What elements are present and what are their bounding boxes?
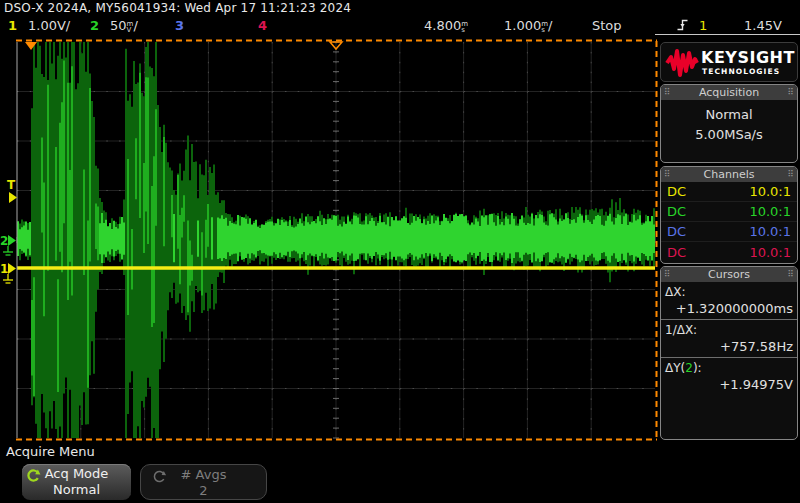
ch3-coupling: DC: [667, 224, 686, 239]
trigger-level[interactable]: 1.45V: [744, 18, 782, 33]
acquisition-title: Acquisition: [699, 86, 759, 99]
acquisition-panel: ⠿ Acquisition ⠿ Normal 5.00MSa/s: [660, 84, 798, 163]
softkey-value: 2: [141, 483, 266, 498]
grip-icon: ⠿: [664, 270, 671, 279]
grip-icon: ⠿: [787, 170, 794, 179]
channels-panel-header[interactable]: ⠿ Channels ⠿: [661, 167, 797, 182]
channels-panel: ⠿ Channels ⠿ DC 10.0:1 DC 10.0:1 DC 10.0…: [660, 166, 798, 264]
trigger-level-marker[interactable]: [9, 192, 17, 203]
trigger-source[interactable]: 1: [699, 18, 707, 33]
inverse-delta-x-label: 1/ΔX:: [661, 320, 797, 337]
delta-y-label: ΔY(2):: [661, 358, 797, 375]
ch3-number[interactable]: 3: [175, 18, 184, 33]
ch1-coupling: DC: [667, 184, 686, 199]
trigger-time-marker[interactable]: [25, 42, 37, 50]
ch4-probe: 10.0:1: [749, 245, 791, 260]
waveform-display[interactable]: T 2 1: [0, 38, 660, 444]
cycle-icon: [152, 469, 167, 484]
ch1-probe: 10.0:1: [749, 184, 791, 199]
ch4-coupling: DC: [667, 245, 686, 260]
cursors-panel-header[interactable]: ⠿ Cursors ⠿: [661, 267, 797, 282]
channel1-row[interactable]: DC 10.0:1: [661, 182, 797, 202]
horizontal-delay[interactable]: 4.800ms: [424, 18, 468, 33]
ch1-scale[interactable]: 1.00V/: [28, 18, 70, 33]
timebase-scale[interactable]: 1.000ms/: [504, 18, 552, 33]
ch2-number[interactable]: 2: [90, 18, 99, 33]
softkey-num-avgs[interactable]: # Avgs 2: [140, 464, 267, 500]
grip-icon: ⠿: [787, 88, 794, 97]
delta-y-value: +1.94975V: [661, 375, 797, 395]
logo-sub-text: TECHNOLOGIES: [702, 67, 780, 76]
cursors-panel: ⠿ Cursors ⠿ ΔX: +1.320000000ms 1/ΔX: +75…: [660, 266, 798, 440]
trigger-edge-icon: [676, 18, 689, 32]
ch4-number[interactable]: 4: [258, 18, 267, 33]
delta-x-label: ΔX:: [661, 282, 797, 299]
acquisition-mode: Normal: [661, 107, 797, 122]
channels-title: Channels: [704, 168, 755, 181]
ch2-ref-marker[interactable]: [8, 235, 16, 246]
keysight-logo: KEYSIGHT TECHNOLOGIES: [660, 42, 798, 82]
oscilloscope-screen: DSO-X 2024A, MY56041934: Wed Apr 17 11:2…: [0, 0, 800, 503]
grip-icon: ⠿: [787, 270, 794, 279]
waveform-svg: T 2 1: [0, 38, 660, 444]
ch2-scale[interactable]: 50mV/: [110, 18, 138, 33]
inverse-delta-x-value: +757.58Hz: [661, 337, 797, 357]
ch1-number[interactable]: 1: [8, 18, 17, 33]
sample-rate: 5.00MSa/s: [661, 127, 797, 142]
trigger-section-underline: [655, 34, 800, 35]
run-state: Stop: [592, 18, 622, 33]
acquisition-panel-header[interactable]: ⠿ Acquisition ⠿: [661, 85, 797, 100]
logo-brand-text: KEYSIGHT: [701, 48, 795, 67]
ch2-coupling: DC: [667, 204, 686, 219]
cycle-icon: [26, 468, 41, 483]
channel2-row[interactable]: DC 10.0:1: [661, 202, 797, 222]
menu-title: Acquire Menu: [6, 444, 95, 459]
trigger-level-label: T: [7, 178, 16, 192]
keysight-spark-icon: [664, 45, 700, 81]
ch3-probe: 10.0:1: [749, 224, 791, 239]
channel4-row[interactable]: DC 10.0:1: [661, 242, 797, 262]
ch1-ref-label: 1: [0, 262, 8, 276]
channel3-row[interactable]: DC 10.0:1: [661, 222, 797, 242]
sidebar: KEYSIGHT TECHNOLOGIES ⠿ Acquisition ⠿ No…: [660, 42, 798, 440]
softkey-acq-mode[interactable]: Acq Mode Normal: [22, 464, 131, 500]
status-bar: 1 1.00V/ 2 50mV/ 3 4 4.800ms 1.000ms/ St…: [0, 17, 800, 34]
grip-icon: ⠿: [664, 88, 671, 97]
ch2-ref-label: 2: [0, 234, 8, 248]
ch1-ref-marker[interactable]: [8, 263, 16, 274]
softkey-value: Normal: [22, 482, 131, 497]
ch2-probe: 10.0:1: [749, 204, 791, 219]
grip-icon: ⠿: [664, 170, 671, 179]
cursors-title: Cursors: [708, 268, 750, 281]
instrument-title: DSO-X 2024A, MY56041934: Wed Apr 17 11:2…: [4, 1, 351, 15]
delta-x-value: +1.320000000ms: [661, 299, 797, 319]
